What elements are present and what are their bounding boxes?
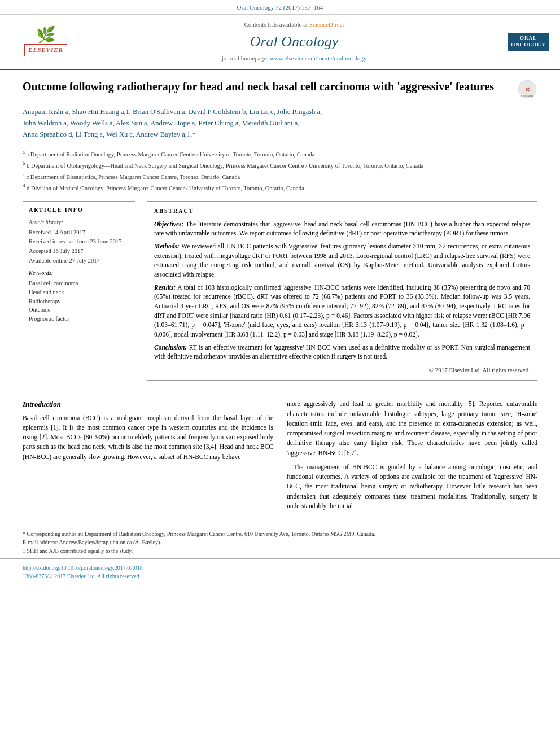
body-col-right: more aggressively and lead to greater mo… [287,399,537,516]
results-label: Results: [154,284,176,291]
keyword-4: Outcome [29,306,129,314]
journal-citation: Oral Oncology 72 (2017) 157–164 [237,4,323,11]
article-title: Outcome following radiotherapy for head … [23,79,511,94]
journal-top-bar: Oral Oncology 72 (2017) 157–164 [0,0,560,15]
publisher-logo-area: 🌿 ELSEVIER [9,27,82,56]
article-info-col: ARTICLE INFO Article history: Received 1… [23,201,135,381]
footer-doi-area: http://dx.doi.org/10.1016/j.oraloncology… [23,563,143,580]
homepage-url[interactable]: www.elsevier.com/locate/oraloncology [270,55,367,62]
introduction-heading: Introduction [23,399,273,409]
contents-line: Contents lists available at ScienceDirec… [82,20,506,29]
revised-date: Received in revised form 23 June 2017 [29,238,129,246]
elsevier-tree-icon: 🌿 [36,27,56,43]
keywords-section: Keywords: Basal cell carcinoma Head and … [29,269,129,323]
homepage-line: journal homepage: www.elsevier.com/locat… [82,54,506,63]
authors-line2: John Waldron a, Woody Wells a, Alex Sun … [23,117,537,129]
article-history-label: Article history: [29,219,129,226]
science-direct-link[interactable]: ScienceDirect [309,21,344,28]
results-text: A total of 108 histologically confirmed … [154,284,530,338]
keyword-5: Prognostic factor [29,315,129,324]
abstract-title: ABSTRACT [154,207,530,215]
journal-title: Oral Oncology [82,32,506,52]
footer-doi[interactable]: http://dx.doi.org/10.1016/j.oraloncology… [23,563,143,572]
abstract-objectives: Objectives: The literature demonstrates … [154,220,530,238]
footnote-corresponding-text: * Corresponding author at: Department of… [23,531,375,537]
available-date: Available online 27 July 2017 [29,257,129,265]
conclusion-label: Conclusion: [154,344,187,351]
badge-line1: ORAL [511,35,546,42]
body-text-area: Introduction Basal cell carcinoma (BCC) … [23,399,537,516]
copyright-line: © 2017 Elsevier Ltd. All rights reserved… [154,366,530,374]
keyword-3: Radiotherapy [29,298,129,306]
keyword-2: Head and neck [29,289,129,297]
intro-para2: more aggressively and lead to greater mo… [287,399,537,458]
crossmark-icon: ✕ CrossMark [518,80,537,99]
methods-label: Methods: [154,243,180,250]
abstract-results: Results: A total of 108 histologically c… [154,283,530,339]
affil-a: a a Department of Radiation Oncology, Pr… [23,148,537,159]
section-divider [23,390,537,390]
authors-section: Anupam Rishi a, Shao Hui Huang a,1, Bria… [23,106,537,140]
intro-para3: The management of HN-BCC is guided by a … [287,462,537,511]
homepage-label: journal homepage: [222,55,268,62]
affil-b: b b Department of Otolaryngology—Head an… [23,160,537,170]
keywords-title: Keywords: [29,269,129,277]
authors-line1: Anupam Rishi a, Shao Hui Huang a,1, Bria… [23,106,537,117]
page-wrapper: Oral Oncology 72 (2017) 157–164 🌿 ELSEVI… [0,0,560,585]
affil-c: c c Department of Biostatistics, Princes… [23,171,537,181]
footer-issn: 1368-8375/© 2017 Elsevier Ltd. All right… [23,572,143,580]
article-info-box: ARTICLE INFO Article history: Received 1… [23,201,135,329]
svg-text:CrossMark: CrossMark [521,94,534,97]
contents-text: Contents lists available at [244,21,308,28]
svg-text:✕: ✕ [524,86,530,94]
objectives-label: Objectives: [154,221,183,228]
footnote-email: E-mail address: Andrew.Bayley@rmp.uhn.on… [23,538,537,547]
article-info-title: ARTICLE INFO [29,206,129,214]
article-title-section: Outcome following radiotherapy for head … [23,79,537,99]
methods-text: We reviewed all HN-BCC patients with 'ag… [154,243,530,278]
affiliations-section: a a Department of Radiation Oncology, Pr… [23,145,537,193]
footnote-section: * Corresponding author at: Department of… [0,527,560,555]
main-content: Outcome following radiotherapy for head … [0,70,560,527]
footnote-email-text: E-mail address: Andrew.Bayley@rmp.uhn.on… [23,539,161,545]
oral-oncology-badge: ORAL ONCOLOGY [508,33,549,50]
objectives-text: The literature demonstrates that 'aggres… [154,221,530,237]
abstract-conclusion: Conclusion: RT is an effective treatment… [154,343,530,361]
info-abstract-section: ARTICLE INFO Article history: Received 1… [23,201,537,381]
journal-badge-area: ORAL ONCOLOGY [506,33,551,50]
keyword-1: Basal cell carcinoma [29,279,129,288]
affil-d: d d Division of Medical Oncology, Prince… [23,182,537,193]
header-area: 🌿 ELSEVIER Contents lists available at S… [0,15,560,69]
crossmark-badge[interactable]: ✕ CrossMark [517,79,537,99]
footnote-note1: 1 SHH and AJB contributed equally to the… [23,547,537,555]
abstract-methods: Methods: We reviewed all HN-BCC patients… [154,242,530,279]
journal-header-center: Contents lists available at ScienceDirec… [82,20,506,63]
elsevier-logo[interactable]: ELSEVIER [24,44,67,56]
footnote-corresponding: * Corresponding author at: Department of… [23,527,537,538]
page-footer: http://dx.doi.org/10.1016/j.oraloncology… [0,558,560,585]
abstract-box: ABSTRACT Objectives: The literature demo… [147,201,537,381]
intro-para1: Basal cell carcinoma (BCC) is a malignan… [23,413,273,462]
accepted-date: Accepted 16 July 2017 [29,247,129,256]
authors-line3: Anna Spreafico d, Li Tong a, Wei Xu c, A… [23,129,537,140]
conclusion-text: RT is an effective treatment for 'aggres… [154,344,530,360]
received-date: Received 14 April 2017 [29,229,129,237]
abstract-col: ABSTRACT Objectives: The literature demo… [147,201,537,381]
badge-line2: ONCOLOGY [511,42,546,49]
footnote-note1-text: 1 SHH and AJB contributed equally to the… [23,548,133,554]
body-col-left: Introduction Basal cell carcinoma (BCC) … [23,399,273,516]
